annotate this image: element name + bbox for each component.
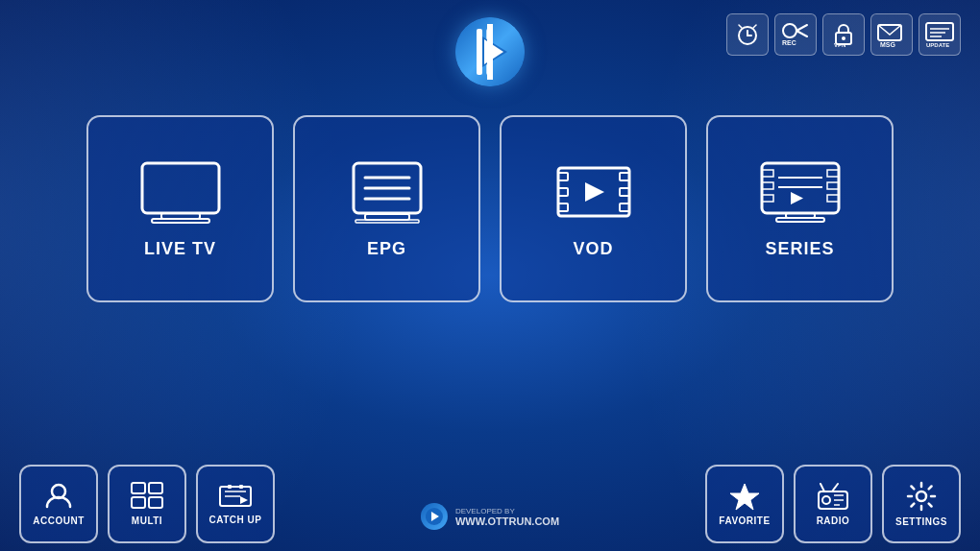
svg-rect-64 (228, 485, 232, 489)
rec-button[interactable]: REC (774, 13, 817, 56)
svg-text:MSG: MSG (880, 41, 896, 48)
catch-up-icon (219, 483, 252, 510)
app-logo (455, 17, 525, 86)
epg-card[interactable]: EPG (293, 115, 480, 302)
header: REC VPN (0, 0, 980, 86)
svg-rect-1 (477, 29, 482, 75)
radio-button[interactable]: RADIO (794, 465, 872, 543)
svg-line-12 (796, 31, 807, 36)
bottom-right-buttons: FAVORITE RADIO (705, 465, 961, 543)
svg-point-74 (917, 491, 926, 501)
svg-rect-57 (149, 483, 162, 493)
radio-icon (817, 482, 849, 511)
vpn-button[interactable]: VPN (822, 13, 865, 56)
svg-rect-42 (762, 170, 773, 177)
account-icon (44, 482, 73, 511)
bottom-left-buttons: ACCOUNT MULTI (19, 465, 275, 543)
svg-line-8 (739, 25, 742, 28)
live-tv-icon (137, 158, 224, 226)
settings-label: SETTINGS (895, 516, 947, 527)
svg-marker-50 (791, 192, 803, 204)
svg-rect-32 (355, 220, 419, 223)
svg-point-15 (842, 36, 845, 40)
series-card[interactable]: SERIES (706, 115, 894, 302)
svg-rect-58 (132, 497, 145, 508)
catch-up-button[interactable]: CATCH UP (196, 465, 275, 543)
svg-line-72 (821, 484, 824, 491)
logo-circle (455, 17, 525, 86)
multi-label: MULTI (132, 515, 162, 526)
svg-rect-65 (239, 485, 243, 489)
catch-up-label: CATCH UP (209, 515, 262, 525)
svg-rect-45 (827, 170, 839, 177)
svg-text:VPN: VPN (834, 42, 845, 48)
svg-line-73 (832, 484, 838, 491)
update-icon: UPDATE (919, 13, 961, 56)
svg-rect-2 (486, 29, 492, 75)
vod-icon (551, 158, 637, 226)
alarm-button[interactable] (726, 13, 769, 56)
svg-text:UPDATE: UPDATE (926, 42, 949, 48)
update-button[interactable]: UPDATE (919, 13, 961, 56)
favorite-label: FAVORITE (719, 515, 770, 526)
svg-rect-44 (762, 195, 773, 202)
svg-point-10 (783, 24, 796, 37)
svg-rect-43 (762, 182, 773, 189)
settings-icon (906, 481, 937, 512)
main-grid: LIVE TV EPG (86, 115, 894, 302)
svg-rect-56 (132, 483, 145, 493)
multi-icon (131, 482, 163, 511)
favorite-button[interactable]: FAVORITE (705, 465, 784, 543)
settings-button[interactable]: SETTINGS (882, 465, 961, 543)
svg-rect-46 (827, 182, 839, 189)
svg-line-11 (796, 25, 807, 31)
alarm-icon (726, 13, 769, 56)
svg-rect-19 (926, 23, 953, 40)
svg-rect-26 (152, 219, 209, 223)
svg-rect-52 (776, 218, 824, 222)
live-tv-label: LIVE TV (144, 239, 216, 259)
live-tv-card[interactable]: LIVE TV (86, 115, 274, 302)
vpn-icon: VPN (822, 13, 865, 56)
msg-button[interactable]: MSG (870, 13, 913, 56)
svg-line-9 (753, 25, 756, 28)
series-icon (757, 158, 844, 226)
vod-label: VOD (573, 239, 613, 259)
svg-marker-63 (240, 496, 248, 504)
svg-rect-59 (149, 497, 162, 508)
favorite-icon (729, 482, 760, 511)
svg-marker-40 (585, 182, 604, 202)
multi-button[interactable]: MULTI (108, 465, 186, 543)
vod-card[interactable]: VOD (500, 115, 687, 302)
svg-rect-24 (142, 163, 219, 213)
svg-point-68 (822, 496, 830, 504)
svg-rect-31 (365, 214, 409, 220)
rec-icon: REC (774, 13, 817, 56)
svg-text:REC: REC (782, 39, 796, 46)
bottom-bar: ACCOUNT MULTI (0, 465, 980, 551)
top-icon-bar: REC VPN (726, 13, 961, 56)
svg-point-0 (455, 17, 525, 86)
epg-label: EPG (367, 239, 406, 259)
epg-icon (344, 158, 430, 226)
account-label: ACCOUNT (33, 515, 85, 526)
svg-marker-66 (730, 484, 759, 510)
series-label: SERIES (765, 239, 834, 259)
account-button[interactable]: ACCOUNT (19, 465, 98, 543)
radio-label: RADIO (817, 515, 850, 526)
svg-rect-47 (827, 195, 839, 202)
msg-icon: MSG (870, 13, 913, 56)
